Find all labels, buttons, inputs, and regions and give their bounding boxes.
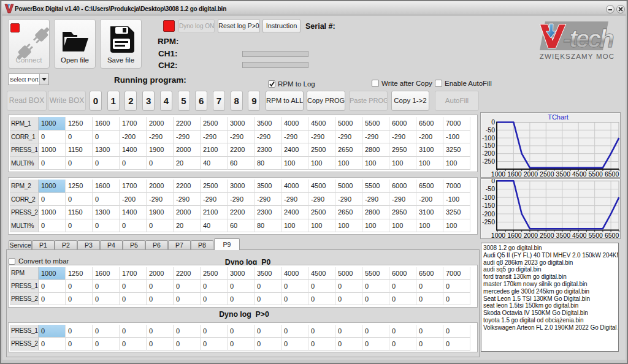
svg-text:5500: 5500 — [589, 232, 603, 239]
svg-text:TChart: TChart — [548, 113, 569, 121]
svg-text:0: 0 — [491, 118, 495, 126]
svg-text:-100: -100 — [482, 194, 495, 201]
svg-text:6500: 6500 — [605, 170, 619, 178]
svg-text:1000: 1000 — [491, 232, 506, 239]
svg-text:5500: 5500 — [589, 170, 603, 178]
svg-text:4500: 4500 — [572, 170, 587, 178]
svg-text:4500: 4500 — [572, 232, 587, 239]
svg-text:1600: 1600 — [507, 170, 522, 178]
svg-text:-200: -200 — [482, 210, 495, 218]
svg-text:-250: -250 — [482, 218, 495, 226]
svg-text:2000: 2000 — [524, 170, 538, 178]
svg-text:-50: -50 — [486, 126, 495, 134]
svg-text:3500: 3500 — [556, 170, 571, 178]
svg-text:3500: 3500 — [556, 232, 571, 239]
svg-text:0: 0 — [491, 179, 495, 184]
svg-text:-50: -50 — [486, 185, 495, 192]
svg-text:2000: 2000 — [524, 232, 538, 239]
svg-text:2500: 2500 — [540, 232, 554, 239]
svg-text:-tech: -tech — [563, 25, 613, 52]
svg-text:-200: -200 — [482, 150, 495, 157]
svg-text:-100: -100 — [482, 134, 495, 142]
svg-text:-150: -150 — [482, 142, 495, 149]
svg-text:1600: 1600 — [507, 232, 522, 239]
svg-text:1000: 1000 — [491, 170, 506, 178]
svg-text:ZWIĘKSZAMY MOC: ZWIĘKSZAMY MOC — [540, 53, 615, 60]
svg-text:-150: -150 — [482, 202, 495, 209]
svg-text:-250: -250 — [482, 157, 495, 165]
svg-text:2500: 2500 — [540, 170, 554, 178]
svg-text:6500: 6500 — [605, 232, 619, 239]
